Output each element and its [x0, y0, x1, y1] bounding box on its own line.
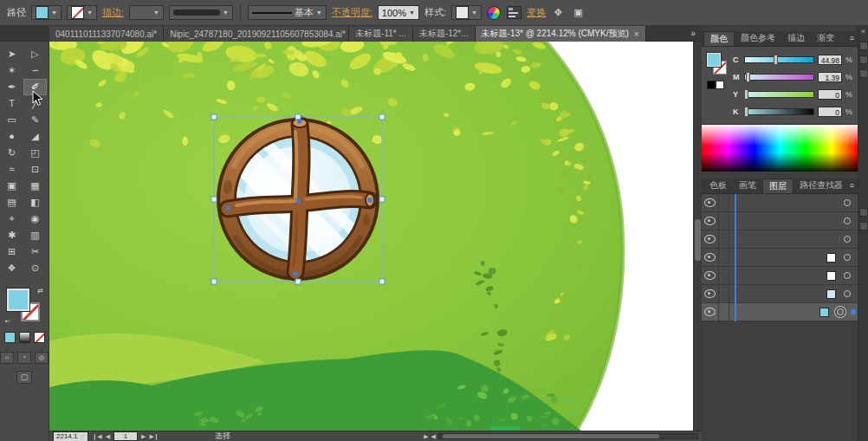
document-canvas[interactable] — [49, 42, 693, 431]
swap-fill-stroke-icon[interactable]: ⇄ — [37, 287, 43, 295]
slider-knob[interactable] — [774, 55, 778, 65]
opacity-dropdown[interactable]: 100% ▼ — [378, 5, 419, 20]
slice-tool[interactable]: ✂ — [23, 243, 47, 260]
paintbrush-tool[interactable]: ✐ — [23, 79, 47, 95]
align-button[interactable] — [507, 5, 521, 20]
black-white-swatches[interactable] — [707, 81, 724, 89]
mesh-tool[interactable]: ▤ — [0, 194, 23, 211]
panel-tab[interactable]: 描边 — [781, 31, 811, 45]
line-segment-tool[interactable]: ╱ — [23, 95, 47, 112]
visibility-toggle[interactable] — [702, 285, 719, 302]
slider-knob[interactable] — [744, 89, 748, 100]
target-circle[interactable] — [844, 236, 851, 243]
lock-cell[interactable] — [719, 267, 729, 284]
arrange-button[interactable]: ▣ — [571, 5, 586, 20]
stroke-panel-link[interactable]: 描边: — [102, 6, 124, 19]
variable-width-profile-dropdown[interactable]: ▼ — [169, 5, 233, 20]
panel-icon[interactable] — [859, 69, 868, 78]
color-button[interactable] — [4, 332, 16, 343]
slider-knob[interactable] — [744, 107, 748, 117]
recolor-artwork-button[interactable] — [487, 5, 502, 20]
tab-close-icon[interactable]: × — [634, 29, 639, 39]
graph-tool[interactable]: ▥ — [23, 227, 47, 243]
gradient-button[interactable] — [19, 332, 30, 343]
direct-selection-tool[interactable]: ▷ — [23, 46, 47, 62]
target-circle[interactable] — [844, 199, 851, 206]
visibility-toggle[interactable] — [702, 212, 719, 230]
next-artboard-button[interactable]: ▶ — [141, 433, 146, 440]
gradient-tool[interactable]: ◧ — [23, 194, 47, 211]
fill-color-dropdown[interactable]: ▼ — [31, 5, 62, 20]
visibility-toggle[interactable] — [702, 194, 719, 211]
panel-menu-icon[interactable]: ≡ — [850, 181, 854, 190]
isolate-button[interactable]: ✥ — [551, 5, 566, 20]
white-swatch[interactable] — [716, 81, 724, 89]
draw-behind-icon[interactable]: ◔ — [17, 352, 31, 364]
scale-tool[interactable]: ◰ — [23, 145, 47, 161]
document-tab[interactable]: 未标题-11* ... — [349, 26, 413, 42]
panel-icon[interactable] — [859, 42, 868, 50]
pencil-tool[interactable]: ✎ — [23, 112, 47, 128]
layer-row[interactable] — [702, 194, 858, 212]
panel-tab[interactable]: 路径查找器 — [794, 178, 849, 192]
panel-tab[interactable]: 颜色参考 — [735, 31, 781, 45]
brush-definition-dropdown[interactable]: 基本 ▼ — [248, 5, 327, 20]
panel-tab[interactable]: 色板 — [703, 178, 733, 192]
layer-row[interactable] — [702, 230, 858, 249]
none-button[interactable] — [34, 332, 45, 343]
lock-cell[interactable] — [719, 303, 729, 321]
layer-row[interactable] — [702, 212, 858, 230]
prev-artboard-button[interactable]: ◀ — [106, 433, 110, 440]
target-circle[interactable] — [844, 272, 851, 279]
hand-tool[interactable]: ❖ — [0, 260, 23, 276]
document-tab[interactable]: 未标题-13* @ 2214.12% (CMYK/预览)× — [476, 26, 646, 42]
horizontal-scrollbar[interactable]: ▶ ◀ — [424, 433, 698, 440]
visibility-toggle[interactable] — [702, 230, 719, 248]
target-circle[interactable] — [844, 290, 851, 297]
target-circle[interactable] — [844, 217, 851, 224]
draw-normal-icon[interactable]: ○ — [0, 352, 14, 364]
panel-tab[interactable]: 颜色 — [703, 31, 735, 46]
magic-wand-tool[interactable]: ✶ — [0, 62, 23, 79]
layer-row[interactable] — [702, 285, 858, 303]
channel-slider[interactable] — [744, 74, 814, 81]
free-transform-tool[interactable]: ⊡ — [23, 161, 47, 178]
panel-icon[interactable] — [859, 208, 868, 217]
target-circle[interactable] — [844, 254, 851, 261]
stroke-color-dropdown[interactable]: ▼ — [67, 5, 97, 20]
perspective-grid-tool[interactable]: ▦ — [23, 178, 47, 194]
channel-value-field[interactable]: 0 — [818, 107, 842, 117]
width-tool[interactable]: ≈ — [0, 161, 23, 178]
zoom-dropdown[interactable]: 2214.1 ▼ — [53, 431, 88, 441]
vertical-scrollbar[interactable] — [693, 42, 702, 431]
pen-tool[interactable]: ✒ — [0, 79, 23, 95]
selection-tool[interactable]: ➤ — [0, 46, 23, 62]
layer-row[interactable] — [702, 303, 858, 321]
hscroll-thumb[interactable] — [443, 434, 659, 438]
symbol-sprayer-tool[interactable]: ✱ — [0, 227, 23, 243]
lock-cell[interactable] — [719, 285, 729, 302]
layer-row[interactable] — [702, 249, 858, 267]
color-spectrum[interactable] — [702, 124, 858, 172]
fill-proxy-swatch[interactable] — [707, 53, 721, 67]
target-circle[interactable] — [837, 308, 844, 315]
fill-proxy-swatch[interactable] — [7, 289, 29, 311]
slider-knob[interactable] — [746, 72, 750, 82]
layer-row[interactable] — [702, 267, 858, 285]
scroll-right-arrow[interactable]: ▶ — [424, 433, 428, 440]
color-fill-stroke-proxy[interactable] — [707, 51, 728, 86]
eyedropper-tool[interactable]: ⌖ — [0, 211, 23, 227]
opacity-panel-link[interactable]: 不透明度: — [332, 6, 372, 19]
channel-slider[interactable] — [744, 56, 814, 63]
stroke-weight-dropdown[interactable]: ▼ — [129, 5, 164, 20]
draw-inside-icon[interactable]: ◎ — [35, 352, 49, 364]
lock-cell[interactable] — [719, 212, 729, 230]
rectangle-tool[interactable]: ▭ — [0, 112, 23, 128]
document-tab[interactable]: 0401110111337074080.ai* — [49, 26, 164, 42]
artboard-number-field[interactable]: 1 — [113, 431, 138, 441]
lock-cell[interactable] — [719, 194, 729, 211]
blend-tool[interactable]: ◉ — [23, 211, 47, 227]
panel-icon[interactable] — [859, 222, 868, 230]
panel-menu-icon[interactable]: ≡ — [850, 34, 854, 42]
scrollbar-thumb[interactable] — [695, 219, 701, 261]
